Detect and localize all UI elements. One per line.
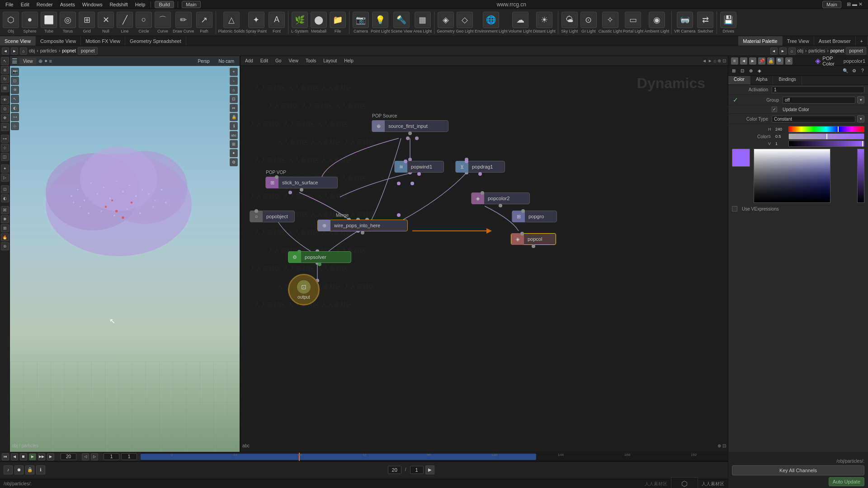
shelf-icon-spotlight[interactable]: 🔦 <box>393 12 410 28</box>
menu-assets[interactable]: Assets <box>57 1 79 8</box>
vp-ctrl-zoom-out[interactable]: - <box>230 77 238 85</box>
shelf-icon-sprayp[interactable]: ✦ <box>248 12 264 28</box>
tab-composite-view[interactable]: Composite View <box>36 36 81 46</box>
tl-btn-play-r[interactable]: ◁ <box>82 453 89 460</box>
rp-icon-pin[interactable]: 📌 <box>758 57 765 65</box>
rp-use-vex-checkbox[interactable] <box>732 206 737 211</box>
rp-color-type-input[interactable] <box>772 116 855 122</box>
tab-material-palette[interactable]: Material Palette <box>738 36 782 46</box>
shelf-icon-pointlight[interactable]: 💡 <box>372 12 388 28</box>
shelf-icon-sphere[interactable]: ● <box>22 12 38 28</box>
node-popgroup[interactable]: ⊞ popgro <box>512 211 557 222</box>
shelf-icon-null[interactable]: ✕ <box>98 12 114 28</box>
pb-btn-record[interactable]: ⏺ <box>14 465 24 474</box>
rp-toolbar-icon-gear[interactable]: ⚙ <box>850 67 858 75</box>
tab-scene-view[interactable]: Scene View <box>0 36 36 46</box>
shelf-icon-causticlight[interactable]: ✧ <box>602 12 618 28</box>
nav-home-btn-r[interactable]: ⌂ <box>788 47 796 55</box>
vp-icon-vis[interactable]: 👁 <box>11 86 19 94</box>
node-popcolor-selected[interactable]: ◈ popcol <box>511 233 556 245</box>
node-popcolor2[interactable]: ◈ popcolor2 <box>471 192 530 204</box>
node-wire-pops[interactable]: Merge ⊕ wire_pops_into_here <box>317 220 408 231</box>
rp-icon-lock[interactable]: 🔒 <box>767 57 774 65</box>
pb-btn-lock[interactable]: 🔒 <box>25 465 34 474</box>
shelf-icon-ambientlight[interactable]: ◉ <box>649 12 665 28</box>
rp-activation-input[interactable] <box>772 86 864 93</box>
tool-particle[interactable]: ✺ <box>1 215 9 223</box>
tab-asset-browser[interactable]: Asset Browser <box>814 36 856 46</box>
tool-dolly[interactable]: ⇔ <box>1 123 9 131</box>
shelf-icon-grid[interactable]: ⊞ <box>79 12 95 28</box>
ne-btn-tools[interactable]: Tools <box>303 57 319 64</box>
ne-btn-add[interactable]: Add <box>242 57 256 64</box>
shelf-icon-geometry[interactable]: ◈ <box>438 12 454 28</box>
shelf-icon-platonic[interactable]: △ <box>223 12 240 28</box>
vp-icon-camera[interactable]: 📷 <box>11 68 19 76</box>
rp-icon-search[interactable]: 🔍 <box>776 57 783 65</box>
vp-ctrl-frame[interactable]: ⊡ <box>230 95 238 103</box>
viewport-tab-view[interactable]: View <box>19 58 37 65</box>
nav-back-btn-r[interactable]: ◄ <box>770 47 778 55</box>
shelf-icon-vrcamera[interactable]: 🥽 <box>677 12 693 28</box>
menu-edit[interactable]: Edit <box>17 1 33 8</box>
shelf-icon-torus[interactable]: ◎ <box>60 12 76 28</box>
rp-group-dropdown[interactable]: ▾ <box>857 96 864 103</box>
rp-toolbar-icon-1[interactable]: ⊞ <box>730 67 737 75</box>
rp-toolbar-icon-search[interactable]: 🔍 <box>842 67 849 75</box>
tool-tumble[interactable]: ⊙ <box>1 105 9 113</box>
shelf-icon-skylightenv[interactable]: 🌤 <box>561 12 578 28</box>
vp-icon-display[interactable]: ◐ <box>11 104 19 112</box>
menu-render[interactable]: Render <box>33 1 57 8</box>
rp-toolbar-icon-4[interactable]: ◈ <box>756 67 763 75</box>
shelf-icon-lsystem[interactable]: 🌿 <box>292 12 308 28</box>
shelf-icon-curve[interactable]: ⌒ <box>155 12 171 28</box>
ne-btn-view[interactable]: View <box>286 57 301 64</box>
vp-ctrl-abc[interactable]: abc <box>230 131 238 139</box>
vp-icon-select[interactable]: ↖ <box>11 95 19 103</box>
tab-geometry-spreadsheet[interactable]: Geometry Spreadsheet <box>125 36 186 46</box>
tl-start-frame[interactable] <box>104 453 119 460</box>
rp-checkmark[interactable]: ✓ <box>732 96 739 103</box>
tool-transform[interactable]: ⊕ <box>1 66 9 74</box>
ne-btn-help[interactable]: Help <box>341 57 356 64</box>
shelf-icon-switcher[interactable]: ⇄ <box>697 12 713 28</box>
shelf-icon-drives[interactable]: 💾 <box>720 12 736 28</box>
vp-icon-snaps[interactable]: ⊶ <box>11 113 19 121</box>
rp-v-gradient[interactable] <box>788 141 864 147</box>
rp-icon-list[interactable]: ≡ <box>731 57 738 65</box>
tool-rotate[interactable]: ↻ <box>1 75 9 83</box>
rp-icon-forward[interactable]: ► <box>749 57 756 65</box>
ne-btn-edit[interactable]: Edit <box>258 57 271 64</box>
pb-play-main[interactable]: ▶ <box>425 465 434 474</box>
rp-toolbar-icon-2[interactable]: ⊡ <box>739 67 746 75</box>
shelf-icon-font[interactable]: A <box>269 12 285 28</box>
nav-forward-btn-r[interactable]: ► <box>779 47 787 55</box>
tool-render[interactable]: ⊡ <box>1 185 9 193</box>
rp-color-type-dropdown[interactable]: ▾ <box>857 115 864 122</box>
vp-ctrl-zoom-in[interactable]: + <box>230 68 238 76</box>
node-popsolver[interactable]: ⚙ popsolver <box>288 251 351 263</box>
rp-toolbar-icon-help[interactable]: ? <box>859 67 866 75</box>
nav-forward-btn[interactable]: ► <box>11 47 18 55</box>
rp-s-gradient[interactable] <box>788 133 864 140</box>
rp-icon-back[interactable]: ◄ <box>740 57 747 65</box>
key-all-channels-button[interactable]: Key All Channels <box>732 465 864 475</box>
vp-ctrl-display[interactable]: ⊞ <box>230 140 238 148</box>
tl-end-frame[interactable] <box>121 453 137 460</box>
shelf-icon-file[interactable]: 📁 <box>330 12 346 28</box>
tl-current-frame-input[interactable] <box>61 453 76 460</box>
node-popdrag1[interactable]: ⊻ popdrag1 <box>455 161 505 173</box>
tl-btn-rewind[interactable]: ⏮ <box>2 453 9 460</box>
node-canvas[interactable]: Dynamics 人人素材区 人人素材区 人人素材区 人人素材区 人人素材区 人… <box>241 66 728 452</box>
vp-ctrl-home[interactable]: ⌂ <box>230 86 238 94</box>
shelf-icon-envlight[interactable]: 🌐 <box>483 12 499 28</box>
node-popwind1[interactable]: ≋ popwind1 <box>394 161 444 173</box>
rp-tab-bindings[interactable]: Bindings <box>773 76 802 84</box>
tl-btn-frame-forward[interactable]: ▷ <box>91 453 98 460</box>
vp-ctrl-snap[interactable]: ✦ <box>230 149 238 157</box>
vp-ctrl-info[interactable]: ℹ <box>230 122 238 130</box>
menu-redshift[interactable]: Redshift <box>106 1 131 8</box>
node-popobject[interactable]: ○ popobject <box>250 211 295 222</box>
auto-update-button[interactable]: Auto Update <box>829 477 864 486</box>
shelf-icon-portallight[interactable]: ▭ <box>625 12 641 28</box>
